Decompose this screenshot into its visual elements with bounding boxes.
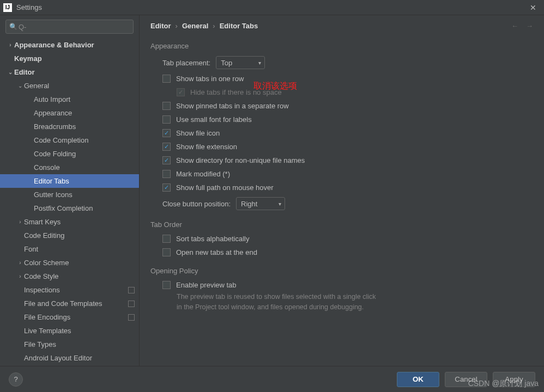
tree-item-editor[interactable]: ⌄Editor [0,65,139,79]
chevron-right-icon: › [213,22,215,30]
search-input[interactable]: 🔍 Q- [5,20,134,34]
tree-item-live-templates[interactable]: Live Templates [0,324,139,338]
checkbox-label: Show tabs in one row [176,75,244,83]
settings-tree[interactable]: ›Appearance & BehaviorKeymap⌄Editor⌄Gene… [0,38,139,366]
tree-item-editor-tabs[interactable]: Editor Tabs [0,174,139,188]
tree-item-label: Auto Import [34,95,70,103]
checkbox-file_ext[interactable] [162,143,171,151]
chevron-right-icon[interactable]: › [16,260,24,266]
tree-item-label: File Encodings [24,313,70,321]
apply-button[interactable]: Apply [493,372,535,387]
checkbox-label: Show directory for non-unique file names [176,156,305,164]
tab-placement-select[interactable]: Top [216,56,265,69]
tree-item-inspections[interactable]: Inspections [0,283,139,297]
checkbox-small_font[interactable] [162,115,171,124]
cancel-button[interactable]: Cancel [445,372,487,387]
chevron-down-icon[interactable]: ⌄ [16,83,24,89]
checkbox-label: Show pinned tabs in a separate row [176,102,289,110]
tree-item-label: Postfix Completion [34,204,93,212]
chevron-right-icon[interactable]: › [16,219,24,225]
nav-back-icon[interactable]: ← [511,22,518,30]
tree-item-code-completion[interactable]: Code Completion [0,133,139,147]
option-row-dir_nonunique: Show directory for non-unique file names [150,154,533,167]
checkbox-label: Show file extension [176,143,237,151]
tree-item-file-and-code-templates[interactable]: File and Code Templates [0,297,139,310]
window-title: Settings [16,3,525,11]
checkbox-mark_modified[interactable] [162,170,171,178]
tree-item-label: Gutter Icons [34,191,72,199]
checkbox-one_row[interactable] [162,75,171,83]
section-appearance-title: Appearance [150,42,533,50]
chevron-right-icon[interactable]: › [16,273,24,279]
tree-item-label: Code Editing [24,231,64,240]
close-button-position-select[interactable]: Right [236,197,285,210]
option-row-preview_tab: Enable preview tab [150,278,533,292]
scope-badge-icon [128,301,135,307]
tree-item-label: Code Completion [34,136,88,144]
tree-item-file-types[interactable]: File Types [0,338,139,351]
breadcrumb-item: Editor Tabs [220,22,258,30]
chevron-down-icon[interactable]: ⌄ [7,69,14,75]
tree-item-auto-import[interactable]: Auto Import [0,93,139,106]
tree-item-label: File and Code Templates [24,299,102,308]
tree-item-label: Color Scheme [24,259,69,267]
section-opening-title: Opening Policy [150,267,533,275]
option-row-file_icon: Show file icon [150,126,533,140]
tree-item-appearance-behavior[interactable]: ›Appearance & Behavior [0,38,139,52]
dialog-footer: ? OK Cancel Apply [0,366,544,392]
option-row-one_row: Show tabs in one row [150,72,533,85]
tree-item-appearance[interactable]: Appearance [0,106,139,120]
close-icon[interactable]: ✕ [525,0,541,15]
sidebar: 🔍 Q- ›Appearance & BehaviorKeymap⌄Editor… [0,15,140,366]
tree-item-label: Editor [14,68,35,76]
checkbox-pinned_separate[interactable] [162,102,171,110]
user-annotation: 取消该选项 [253,81,297,92]
checkbox-full_path_hover[interactable] [162,183,171,192]
tree-item-breadcrumbs[interactable]: Breadcrumbs [0,120,139,133]
tree-item-code-folding[interactable]: Code Folding [0,147,139,161]
checkbox-dir_nonunique[interactable] [162,156,171,164]
tree-item-label: Code Style [24,272,59,280]
checkbox-preview_tab[interactable] [162,281,171,289]
checkbox-label: Show file icon [176,129,220,137]
tree-item-postfix-completion[interactable]: Postfix Completion [0,201,139,215]
preview-tab-description: in the Project tool window, and files op… [150,302,533,313]
option-row-small_font: Use small font for labels [150,113,533,126]
scope-badge-icon [128,314,135,321]
tree-item-label: Keymap [14,54,42,63]
tree-item-android-layout-editor[interactable]: Android Layout Editor [0,351,139,365]
chevron-right-icon[interactable]: › [7,42,14,48]
nav-forward-icon[interactable]: → [526,22,533,30]
tree-item-general[interactable]: ⌄General [0,79,139,93]
tree-item-console[interactable]: Console [0,161,139,174]
tree-item-code-style[interactable]: ›Code Style [0,270,139,283]
tree-item-label: General [24,82,49,90]
tree-item-label: Code Folding [34,150,76,158]
titlebar: IJ Settings ✕ [0,0,544,15]
tree-item-font[interactable]: Font [0,242,139,256]
checkbox-file_icon[interactable] [162,129,171,137]
tree-item-label: Smart Keys [24,218,61,226]
tree-item-smart-keys[interactable]: ›Smart Keys [0,215,139,229]
checkbox-label: Mark modified (*) [176,170,230,178]
checkbox-sort_alpha[interactable] [162,235,171,243]
tree-item-gutter-icons[interactable]: Gutter Icons [0,188,139,201]
checkbox-label: Show full path on mouse hover [176,183,274,192]
breadcrumb-item[interactable]: Editor [150,22,171,30]
tree-item-label: Appearance & Behavior [14,41,94,49]
tree-item-color-scheme[interactable]: ›Color Scheme [0,256,139,270]
checkbox-open_end[interactable] [162,248,171,256]
close-button-position-label: Close button position: [162,200,231,208]
tree-item-file-encodings[interactable]: File Encodings [0,310,139,324]
ok-button[interactable]: OK [397,372,439,387]
breadcrumb-item[interactable]: General [182,22,208,30]
tree-item-label: File Types [24,340,56,348]
tree-item-label: Android Layout Editor [24,354,92,362]
help-button[interactable]: ? [9,372,23,387]
chevron-right-icon: › [176,22,178,30]
tab-placement-label: Tab placement: [162,59,210,67]
option-row-mark_modified: Mark modified (*) [150,167,533,181]
scope-badge-icon [128,287,135,293]
tree-item-keymap[interactable]: Keymap [0,52,139,65]
tree-item-code-editing[interactable]: Code Editing [0,229,139,242]
